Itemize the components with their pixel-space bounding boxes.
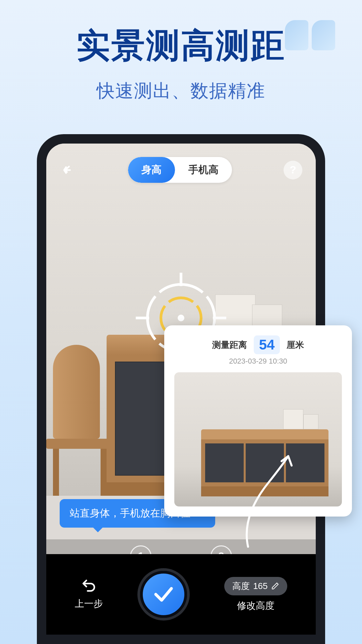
height-label: 高度 (232, 580, 250, 592)
result-label: 测量距离 (212, 339, 247, 351)
promo-subtitle: 快速测出、数据精准 (0, 79, 362, 103)
capture-button[interactable] (140, 571, 187, 618)
check-icon (152, 583, 175, 606)
undo-icon (81, 579, 96, 593)
bottom-toolbar: 上一步 高度 165 修改高度 (46, 554, 316, 635)
height-value: 165 (253, 581, 267, 591)
prev-label: 上一步 (75, 597, 103, 610)
edit-icon (271, 582, 279, 590)
result-thumbnail (174, 372, 342, 506)
result-popup: 测量距离 54 厘米 2023-03-29 10:30 (164, 325, 352, 517)
result-value: 54 (254, 335, 280, 354)
help-button[interactable]: ? (284, 161, 302, 179)
modify-label: 修改高度 (237, 599, 275, 612)
modify-height-button[interactable]: 高度 165 修改高度 (224, 577, 287, 612)
scene-chair (46, 345, 113, 496)
top-bar: 身高 手机高 ? (46, 157, 316, 183)
back-button[interactable] (60, 162, 76, 178)
result-timestamp: 2023-03-29 10:30 (174, 357, 342, 366)
tab-body-height[interactable]: 身高 (128, 157, 175, 183)
prev-button[interactable]: 上一步 (75, 579, 103, 610)
svg-point-6 (178, 315, 184, 321)
decorative-quotes (285, 20, 335, 50)
tab-phone-height[interactable]: 手机高 (175, 157, 232, 183)
result-unit: 厘米 (287, 339, 304, 351)
mode-tabs: 身高 手机高 (128, 157, 232, 183)
height-pill: 高度 165 (224, 577, 287, 595)
